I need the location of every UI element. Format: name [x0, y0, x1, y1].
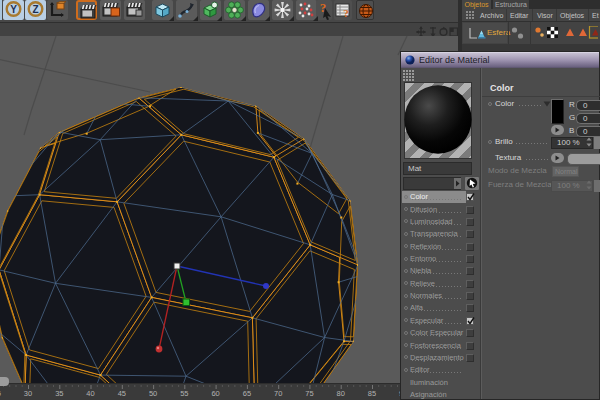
svg-text:Y: Y: [10, 4, 17, 15]
svg-text:?: ?: [343, 7, 349, 19]
svg-text:Z: Z: [32, 4, 38, 15]
